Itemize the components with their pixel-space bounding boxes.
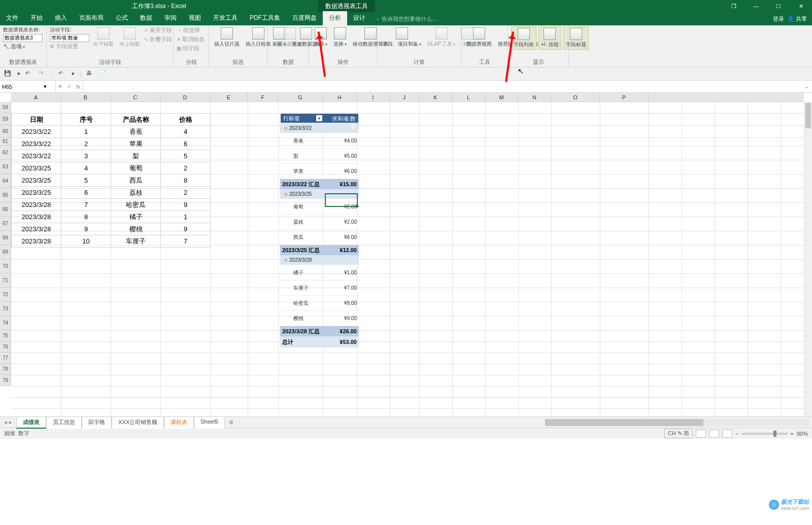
field-headers-button[interactable]: 字段标题: [563, 26, 589, 50]
horizontal-scrollbar[interactable]: [545, 419, 809, 426]
row-header[interactable]: 78: [0, 364, 11, 375]
drill-up-button[interactable]: 向上钻取: [118, 26, 142, 49]
column-header[interactable]: K: [419, 93, 452, 101]
tell-me[interactable]: ♀告诉我您想要做什么...: [376, 13, 436, 25]
pt-options-button[interactable]: 🔧 选项: [3, 43, 25, 50]
table-cell[interactable]: 7: [161, 235, 211, 248]
name-box[interactable]: [2, 84, 44, 90]
column-header[interactable]: A: [11, 93, 61, 101]
field-list-button[interactable]: 字段列表: [511, 26, 536, 50]
filter-dropdown-icon[interactable]: ▾: [316, 115, 322, 121]
group-field-button[interactable]: ▦ 组字段: [177, 45, 199, 52]
filter-connections-button[interactable]: 筛选器连接: [275, 26, 304, 49]
sheet-tab[interactable]: 成绩表: [16, 416, 46, 429]
sheet-nav-first-icon[interactable]: ◂: [4, 419, 7, 426]
pivot-item-row[interactable]: 梨¥5.00: [280, 149, 359, 164]
table-cell[interactable]: 5: [61, 174, 111, 187]
sheet-tab[interactable]: 员工信息: [46, 416, 82, 429]
close-button[interactable]: ✕: [790, 0, 812, 12]
tab-layout[interactable]: 页面布局: [73, 11, 110, 25]
table-cell[interactable]: 西瓜: [111, 174, 161, 187]
undo-icon[interactable]: ↶: [25, 70, 33, 78]
tab-pdf[interactable]: PDF工具集: [244, 11, 286, 25]
pivot-item-row[interactable]: 车厘子¥7.00: [280, 281, 359, 296]
column-header[interactable]: C: [111, 93, 160, 101]
table-cell[interactable]: 葡萄: [111, 162, 161, 174]
column-header[interactable]: I: [357, 93, 390, 101]
namebox-dropdown-icon[interactable]: ▾: [44, 83, 47, 90]
expand-field-button[interactable]: ⤢ 展开字段: [144, 26, 172, 34]
table-cell[interactable]: 香蕉: [111, 126, 161, 138]
row-header[interactable]: 61: [0, 137, 11, 146]
table-cell[interactable]: 樱桃: [111, 223, 161, 235]
pivot-item-row[interactable]: 西瓜¥8.00: [280, 230, 359, 245]
sheet-tab[interactable]: Sheet5: [194, 416, 225, 429]
table-cell[interactable]: 8: [161, 174, 211, 187]
table-cell[interactable]: 8: [61, 211, 111, 223]
table-cell[interactable]: 4: [61, 162, 111, 174]
table-cell[interactable]: 3: [61, 150, 111, 162]
row-header[interactable]: 66: [0, 202, 11, 217]
row-header[interactable]: 62: [0, 146, 11, 160]
print-preview-icon[interactable]: 📄: [99, 70, 108, 78]
drill-down-button[interactable]: 向下钻取: [91, 26, 116, 49]
table-cell[interactable]: 1: [161, 211, 211, 223]
pivot-item-row[interactable]: 荔枝¥2.00: [280, 215, 359, 230]
tab-review[interactable]: 审阅: [158, 11, 183, 25]
row-header[interactable]: 69: [0, 245, 11, 259]
relationships-button[interactable]: 关系: [459, 26, 476, 49]
table-cell[interactable]: 2023/3/25: [12, 174, 61, 187]
pivot-item-row[interactable]: 樱桃¥9.00: [280, 311, 359, 326]
pivot-row-header[interactable]: 行标签▾: [281, 114, 325, 123]
table-cell[interactable]: 9: [161, 223, 211, 235]
zoom-slider[interactable]: [742, 433, 788, 435]
row-header[interactable]: 73: [0, 302, 11, 316]
table-cell[interactable]: 2023/3/25: [12, 162, 61, 174]
row-header[interactable]: 75: [0, 330, 11, 341]
tab-baidu[interactable]: 百度网盘: [286, 11, 323, 25]
table-cell[interactable]: 9: [161, 199, 211, 211]
tab-analyze[interactable]: 分析: [323, 11, 347, 25]
page-break-view-button[interactable]: [722, 430, 732, 438]
new-sheet-button[interactable]: ⊕: [225, 417, 238, 427]
table-cell[interactable]: 7: [61, 199, 111, 211]
column-header[interactable]: B: [61, 93, 111, 101]
table-cell[interactable]: 2023/3/28: [12, 199, 61, 211]
clear-button[interactable]: 清除: [312, 26, 329, 49]
collapse-field-button[interactable]: ⤡ 折叠字段: [144, 36, 172, 43]
row-header[interactable]: 76: [0, 341, 11, 353]
table-cell[interactable]: 2023/3/22: [12, 138, 61, 150]
row-header[interactable]: 71: [0, 273, 11, 288]
column-header[interactable]: H: [323, 93, 357, 101]
share-button[interactable]: 👤 共享: [787, 15, 807, 23]
row-header[interactable]: 74: [0, 316, 11, 330]
table-cell[interactable]: 车厘子: [111, 235, 161, 248]
tab-home[interactable]: 开始: [24, 11, 49, 25]
column-header[interactable]: D: [160, 93, 210, 101]
formula-expand-icon[interactable]: ⌄: [801, 83, 812, 90]
table-cell[interactable]: 2: [161, 162, 211, 174]
enter-formula-icon[interactable]: ✓: [67, 83, 72, 90]
tab-insert[interactable]: 插入: [49, 11, 73, 25]
table-cell[interactable]: 2023/3/28: [12, 235, 61, 248]
select-button[interactable]: 选择: [331, 26, 349, 49]
olap-tools-button[interactable]: OLAP 工具: [425, 26, 457, 49]
print-icon[interactable]: 🖶: [86, 70, 94, 78]
sheet-nav-last-icon[interactable]: ▸: [9, 419, 12, 426]
row-header[interactable]: 64: [0, 174, 11, 188]
sheet-tab[interactable]: XXX公司销售额: [112, 416, 164, 429]
insert-slicer-button[interactable]: 插入切片器: [212, 26, 242, 49]
zoom-in-button[interactable]: +: [791, 431, 794, 437]
zoom-level[interactable]: 80%: [797, 431, 808, 437]
page-layout-view-button[interactable]: [709, 430, 719, 438]
table-cell[interactable]: 梨: [111, 150, 161, 162]
row-header[interactable]: 77: [0, 353, 11, 364]
undo-dropdown-icon[interactable]: ▾: [72, 71, 75, 77]
column-header[interactable]: G: [278, 93, 323, 101]
row-header[interactable]: 58: [0, 102, 11, 113]
table-cell[interactable]: 2: [61, 138, 111, 150]
row-header[interactable]: 63: [0, 160, 11, 174]
save-icon[interactable]: 💾: [4, 70, 12, 78]
table-cell[interactable]: 4: [161, 126, 211, 138]
table-cell[interactable]: 10: [61, 235, 111, 248]
